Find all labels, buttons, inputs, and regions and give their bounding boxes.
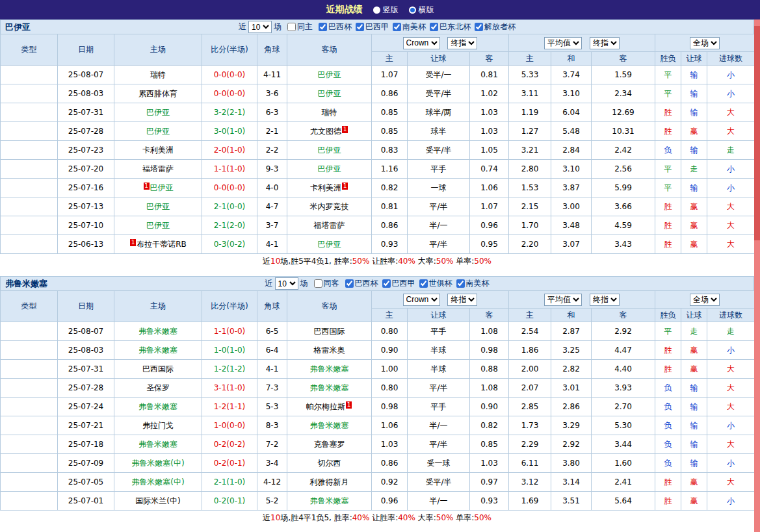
corners-cell: 5-3 xyxy=(257,398,287,416)
results-body: 巴西杯25-08-07弗鲁米嫩塞1-1(0-0)6-5巴西国际0.80平手1.0… xyxy=(1,322,755,511)
league-filter-label: 南美杯 xyxy=(402,21,426,32)
summary-segment: 50% xyxy=(436,513,454,522)
radio-horizontal[interactable]: 横版 xyxy=(409,5,434,16)
match-count-select[interactable]: 10 xyxy=(275,277,298,290)
league-type-cell: 巴西甲 xyxy=(1,416,58,435)
league-filters: 巴西杯巴西甲南美杯巴东北杯解放者杯 xyxy=(315,21,516,32)
avg-final-select[interactable]: 终指 xyxy=(590,37,620,49)
avg-draw-cell: 3.29 xyxy=(551,416,592,435)
away-odds-cell: 0.96 xyxy=(470,216,509,235)
result-cell: 平 xyxy=(655,160,681,179)
date-cell: 25-07-28 xyxy=(58,122,114,141)
score-cell: 0-2(0-2) xyxy=(202,435,257,454)
match-count-select[interactable]: 10 xyxy=(248,21,272,33)
away-odds-cell: 0.88 xyxy=(470,360,509,379)
handicap-cell: 受平/半 xyxy=(408,84,470,103)
handicap-result-cell: 赢 xyxy=(681,122,707,141)
league-checkbox[interactable] xyxy=(419,279,428,288)
corners-cell: 4-1 xyxy=(257,360,287,379)
team-section: 巴伊亚 近 10 场 同主 巴西杯巴西甲南美杯巴东北杯解放者杯 xyxy=(0,19,754,268)
avg-home-cell: 5.33 xyxy=(509,66,551,84)
away-team-name: 巴西国际 xyxy=(314,327,345,336)
avg-draw-cell: 6.04 xyxy=(551,103,592,122)
home-team-cell: 瑞特 xyxy=(114,66,202,84)
home-team-name: 圣保罗 xyxy=(146,383,170,392)
home-team-cell: 巴伊亚 xyxy=(114,103,202,122)
home-team-name: 巴西国际 xyxy=(142,364,174,374)
scope-select[interactable]: 全场 xyxy=(690,37,720,49)
league-filter[interactable]: 解放者杯 xyxy=(475,21,516,32)
league-filter[interactable]: 巴西杯 xyxy=(345,278,378,289)
col-corner: 角球 xyxy=(257,34,287,66)
odds-source-select[interactable]: Crown xyxy=(403,37,440,49)
home-team-name: 瑞特 xyxy=(150,70,166,79)
result-cell: 胜 xyxy=(655,103,681,122)
col-result: 胜负 xyxy=(655,309,681,322)
avg-source-select[interactable]: 平均值 xyxy=(544,37,582,49)
league-filter[interactable]: 巴西甲 xyxy=(382,278,415,289)
same-venue-checkbox[interactable] xyxy=(287,23,296,31)
matches-label: 场 xyxy=(300,278,308,289)
scope-select[interactable]: 全场 xyxy=(690,294,720,306)
league-checkbox[interactable] xyxy=(430,23,438,31)
league-checkbox[interactable] xyxy=(393,23,401,31)
corners-cell: 3-4 xyxy=(257,454,287,473)
corners-cell: 7-2 xyxy=(257,435,287,454)
vertical-scrollbar[interactable] xyxy=(754,19,760,532)
results-body: 巴西杯25-08-07瑞特0-0(0-0)4-11巴伊亚1.07受半/一0.81… xyxy=(1,66,755,254)
league-filter[interactable]: 南美杯 xyxy=(456,278,490,289)
league-type-cell: 巴西甲 xyxy=(1,84,58,103)
odds-final-select[interactable]: 终指 xyxy=(447,294,477,306)
home-team-name: 巴伊亚 xyxy=(146,202,170,211)
avg-home-cell: 3.12 xyxy=(509,473,551,492)
header-row-groups: 类型 日期 主场 比分(半场) 角球 客场 Crown 终指 xyxy=(1,34,755,52)
league-checkbox[interactable] xyxy=(356,23,364,31)
scrollbar-thumb[interactable] xyxy=(754,26,760,240)
away-team-name: 帕尔梅拉斯 xyxy=(306,402,345,411)
avg-draw-cell: 3.10 xyxy=(551,160,592,179)
league-checkbox[interactable] xyxy=(475,23,483,31)
same-venue-filter[interactable]: 同客 xyxy=(314,278,339,289)
goals-result-cell: 小 xyxy=(707,179,755,197)
league-type-cell: 巴西甲 xyxy=(1,235,58,254)
avg-away-cell: 4.59 xyxy=(592,216,655,235)
league-type-cell: 世俱杯 xyxy=(1,492,58,511)
league-checkbox[interactable] xyxy=(456,279,465,288)
league-checkbox[interactable] xyxy=(382,279,391,288)
date-cell: 25-07-09 xyxy=(58,454,114,473)
avg-home-cell: 1.19 xyxy=(509,103,551,122)
radio-vertical[interactable]: 竖版 xyxy=(373,5,399,16)
league-filter[interactable]: 世俱杯 xyxy=(419,278,452,289)
corners-cell: 4-11 xyxy=(257,66,287,84)
same-venue-checkbox[interactable] xyxy=(314,279,322,288)
league-checkbox[interactable] xyxy=(319,23,327,31)
summary-segment: 50% xyxy=(436,257,454,266)
league-filter[interactable]: 南美杯 xyxy=(393,21,426,32)
odds-final-select[interactable]: 终指 xyxy=(447,37,477,49)
summary-segment: 场,胜4平1负5, 胜率: xyxy=(280,513,352,522)
avg-final-select[interactable]: 终指 xyxy=(590,294,620,306)
league-filter[interactable]: 巴东北杯 xyxy=(430,21,471,32)
result-cell: 负 xyxy=(655,435,681,454)
odds-source-select[interactable]: Crown xyxy=(403,294,440,306)
away-team-cell: 巴伊亚 xyxy=(287,235,372,254)
same-venue-filter[interactable]: 同主 xyxy=(287,21,313,32)
away-team-name: 巴伊亚 xyxy=(318,146,341,155)
avg-draw-cell: 3.07 xyxy=(551,235,592,254)
handicap-cell: 受平/半 xyxy=(408,473,470,492)
home-team-name: 国际米兰(中) xyxy=(135,496,180,505)
result-cell: 胜 xyxy=(655,216,681,235)
avg-source-select[interactable]: 平均值 xyxy=(544,294,582,306)
summary-segment: 单率: xyxy=(453,257,474,266)
away-team-name: 弗鲁米嫩塞 xyxy=(310,421,349,430)
home-team-name: 巴伊亚 xyxy=(146,108,170,117)
league-filter[interactable]: 巴西杯 xyxy=(319,21,352,32)
league-filter[interactable]: 巴西甲 xyxy=(356,21,389,32)
corners-cell: 6-4 xyxy=(257,341,287,360)
league-checkbox[interactable] xyxy=(345,279,354,288)
handicap-result-cell: 走 xyxy=(681,322,707,341)
table-head: 类型 日期 主场 比分(半场) 角球 客场 Crown 终指 xyxy=(1,291,755,322)
away-team-cell: 卡利美洲1 xyxy=(287,179,372,197)
away-odds-cell: 1.03 xyxy=(470,103,509,122)
summary-segment: 50% xyxy=(352,257,370,266)
